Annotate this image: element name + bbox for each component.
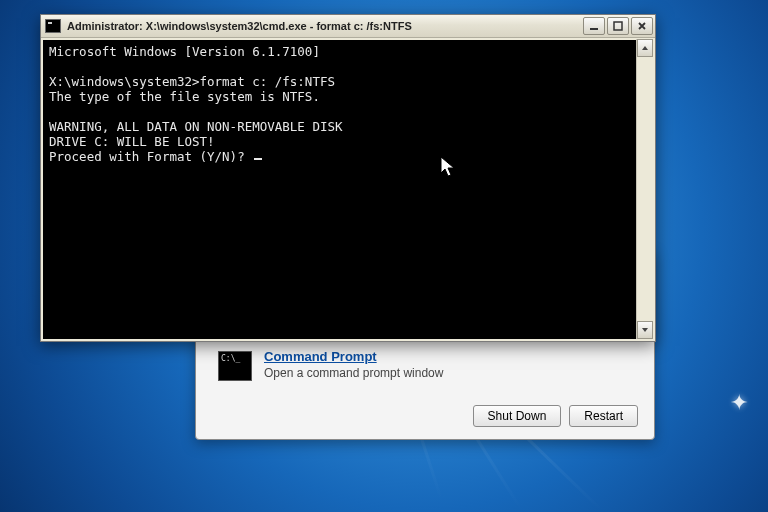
desktop-flare: ✦ bbox=[730, 390, 748, 416]
recovery-item-title[interactable]: Command Prompt bbox=[264, 349, 443, 364]
scroll-up-button[interactable] bbox=[637, 39, 653, 57]
command-prompt-window: Administrator: X:\windows\system32\cmd.e… bbox=[40, 14, 656, 342]
shutdown-button[interactable]: Shut Down bbox=[473, 405, 562, 427]
recovery-item-desc: Open a command prompt window bbox=[264, 366, 443, 380]
terminal-cursor bbox=[254, 158, 262, 160]
scroll-track[interactable] bbox=[637, 57, 653, 321]
titlebar[interactable]: Administrator: X:\windows\system32\cmd.e… bbox=[41, 15, 655, 38]
svg-rect-0 bbox=[590, 28, 598, 30]
recovery-item-command-prompt[interactable]: Command Prompt Open a command prompt win… bbox=[218, 349, 638, 381]
restart-button[interactable]: Restart bbox=[569, 405, 638, 427]
minimize-button[interactable] bbox=[583, 17, 605, 35]
maximize-button[interactable] bbox=[607, 17, 629, 35]
scroll-down-button[interactable] bbox=[637, 321, 653, 339]
command-prompt-icon bbox=[218, 351, 252, 381]
svg-rect-1 bbox=[614, 22, 622, 30]
close-button[interactable] bbox=[631, 17, 653, 35]
terminal-area[interactable]: Microsoft Windows [Version 6.1.7100] X:\… bbox=[43, 40, 653, 339]
window-title: Administrator: X:\windows\system32\cmd.e… bbox=[67, 20, 577, 32]
terminal-scrollbar[interactable] bbox=[636, 39, 653, 339]
cmd-titlebar-icon bbox=[45, 19, 61, 33]
terminal-output: Microsoft Windows [Version 6.1.7100] X:\… bbox=[49, 44, 647, 164]
